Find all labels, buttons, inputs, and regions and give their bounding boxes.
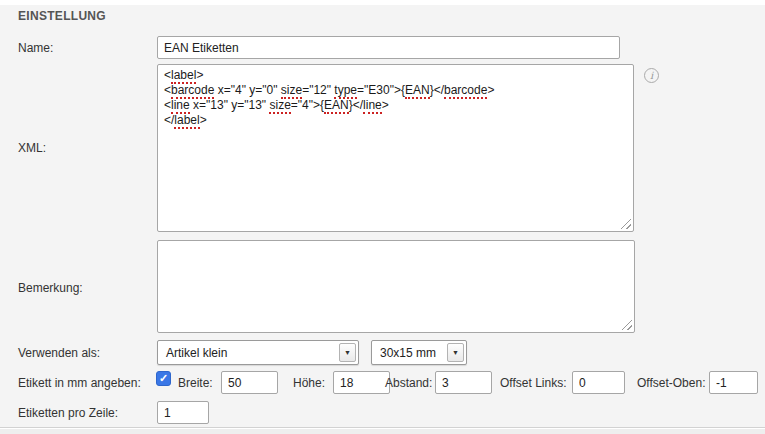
abstand-input[interactable]	[435, 371, 492, 394]
verwenden-als-label: Verwenden als:	[18, 346, 100, 360]
breite-label: Breite:	[178, 376, 213, 390]
hoehe-input[interactable]	[333, 371, 390, 394]
offset-links-label: Offset Links:	[500, 376, 566, 390]
chevron-down-icon: ▼	[452, 349, 459, 356]
etikett-mm-checkbox[interactable]: ✓	[156, 371, 171, 386]
offset-oben-label: Offset-Oben:	[637, 376, 705, 390]
name-label: Name:	[18, 41, 53, 55]
bemerkung-textarea[interactable]	[157, 240, 635, 333]
footer-strip	[0, 429, 765, 434]
dropdown-arrow-button[interactable]: ▼	[447, 343, 464, 362]
verwenden-als-dropdown[interactable]: Artikel klein ▼	[157, 340, 359, 365]
settings-page: EINSTELLUNG Name: XML: <label><barcode x…	[0, 0, 765, 434]
resize-handle-icon[interactable]	[620, 218, 631, 229]
abstand-label: Abstand:	[385, 376, 432, 390]
offset-oben-input[interactable]	[709, 371, 758, 394]
etiketten-pro-zeile-label: Etiketten pro Zeile:	[18, 406, 118, 420]
xml-textarea[interactable]: <label><barcode x="4" y="0" size="12" ty…	[157, 64, 634, 232]
dropdown-arrow-button[interactable]: ▼	[339, 343, 356, 362]
chevron-down-icon: ▼	[344, 349, 351, 356]
etikett-mm-label: Etikett in mm angeben:	[18, 376, 141, 390]
info-icon[interactable]: i	[644, 68, 659, 83]
bemerkung-label: Bemerkung:	[18, 281, 83, 295]
etiketten-pro-zeile-input[interactable]	[157, 401, 209, 424]
name-input[interactable]	[157, 36, 620, 59]
hoehe-label: Höhe:	[293, 376, 325, 390]
resize-handle-icon[interactable]	[621, 319, 632, 330]
verwenden-als-selected: Artikel klein	[166, 346, 227, 360]
breite-input[interactable]	[221, 371, 278, 394]
label-size-selected: 30x15 mm	[380, 346, 436, 360]
offset-links-input[interactable]	[572, 371, 625, 394]
page-title: EINSTELLUNG	[18, 9, 106, 23]
label-size-dropdown[interactable]: 30x15 mm ▼	[371, 340, 467, 365]
xml-label: XML:	[18, 141, 46, 155]
checkmark-icon: ✓	[159, 373, 168, 384]
